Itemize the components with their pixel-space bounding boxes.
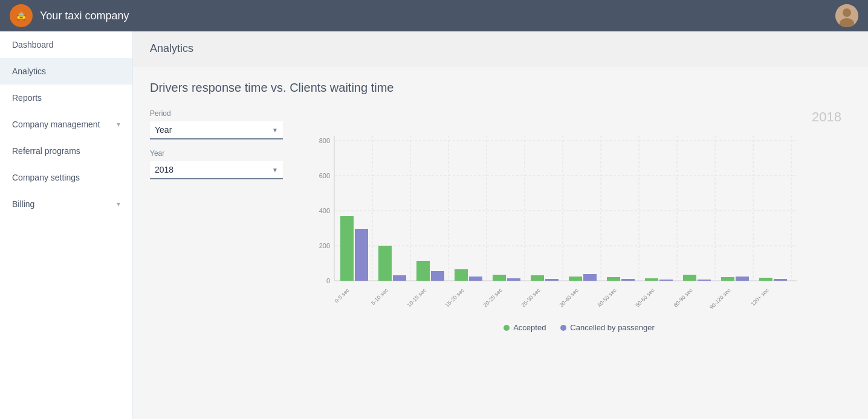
bar-accepted-1 [378,246,392,281]
chart-svg-container: 0 200 400 600 800 [307,130,851,313]
bar-accepted-8 [645,278,658,281]
legend-item-accepted: Accepted [504,323,546,332]
company-name: Your taxi company [40,10,129,22]
bar-accepted-2 [416,261,430,281]
svg-text:5-10 sec: 5-10 sec [370,287,389,306]
page-title: Analytics [150,42,851,55]
bar-accepted-4 [493,275,506,281]
bar-cancelled-9 [698,280,711,281]
main-content: Analytics Drivers response time vs. Clie… [133,31,868,419]
bar-accepted-6 [569,277,582,281]
year-label: Year [150,149,283,158]
period-select[interactable]: Year [150,121,283,139]
svg-text:20-25 sec: 20-25 sec [482,287,504,308]
svg-text:30-40 sec: 30-40 sec [559,287,580,308]
sidebar-item-company-settings[interactable]: Company settings [0,164,132,191]
body: Dashboard Analytics Reports Company mana… [0,31,868,419]
sidebar-item-dashboard[interactable]: Dashboard [0,31,132,58]
bar-cancelled-3 [469,277,482,281]
legend-item-cancelled: Cancelled by passenger [560,323,654,332]
svg-text:50-60 sec: 50-60 sec [635,287,656,308]
bar-cancelled-0 [355,229,368,281]
period-label: Period [150,109,283,118]
header: 🚖 Your taxi company [0,0,868,31]
legend-label-accepted: Accepted [513,323,546,332]
svg-text:40-50 sec: 40-50 sec [597,287,618,308]
svg-text:0-5 sec: 0-5 sec [334,287,351,304]
sidebar: Dashboard Analytics Reports Company mana… [0,31,133,419]
bar-accepted-9 [683,275,696,281]
company-logo: 🚖 [10,4,33,27]
legend-dot-accepted [504,325,510,331]
bar-cancelled-5 [545,279,559,281]
svg-text:90-120 sec: 90-120 sec [708,287,732,310]
bar-accepted-0 [340,216,354,281]
svg-text:15-20 sec: 15-20 sec [444,287,465,308]
bar-cancelled-8 [659,280,673,281]
content-area: Drivers response time vs. Clients waitin… [133,66,868,419]
chart-legend: Accepted Cancelled by passenger [307,323,851,332]
header-left: 🚖 Your taxi company [10,4,129,27]
chart-area: Period Year Year 2018 2018 [150,109,851,332]
bar-accepted-10 [721,277,734,281]
chart-year-label: 2018 [307,109,851,125]
chart-container: 2018 [307,109,851,332]
sidebar-item-company-management[interactable]: Company management ▾ [0,111,132,138]
bar-accepted-5 [531,275,544,281]
svg-text:0: 0 [326,277,330,284]
chevron-down-icon: ▾ [117,200,120,208]
legend-dot-cancelled [560,325,566,331]
legend-label-cancelled: Cancelled by passenger [570,323,654,332]
bar-cancelled-1 [393,275,406,281]
bar-cancelled-2 [431,271,444,281]
bar-cancelled-10 [736,277,749,281]
svg-text:25-30 sec: 25-30 sec [520,287,542,308]
svg-text:800: 800 [319,137,330,144]
sidebar-item-reports[interactable]: Reports [0,85,132,111]
year-control: Year 2018 [150,149,283,179]
sidebar-item-analytics[interactable]: Analytics [0,58,132,85]
svg-text:60-90 sec: 60-90 sec [673,287,694,308]
svg-text:🚖: 🚖 [16,11,27,21]
bar-accepted-3 [455,269,468,281]
user-avatar[interactable] [835,4,858,27]
chevron-down-icon: ▾ [117,120,120,129]
bar-accepted-7 [607,277,620,281]
page-header: Analytics [133,31,868,66]
chart-title: Drivers response time vs. Clients waitin… [150,81,851,95]
svg-text:10-15 sec: 10-15 sec [406,287,427,308]
svg-text:200: 200 [319,242,330,249]
sidebar-item-referral-programs[interactable]: Referral programs [0,138,132,164]
controls-panel: Period Year Year 2018 [150,109,283,179]
year-select[interactable]: 2018 [150,161,283,179]
period-control: Period Year [150,109,283,139]
bar-cancelled-7 [621,279,635,281]
bar-cancelled-11 [774,279,787,281]
bar-accepted-11 [759,278,772,281]
svg-point-3 [843,8,851,17]
bar-cancelled-6 [583,274,597,281]
svg-text:120+ sec: 120+ sec [750,287,770,307]
sidebar-item-billing[interactable]: Billing ▾ [0,191,132,217]
svg-text:600: 600 [319,172,330,179]
bar-cancelled-4 [507,278,520,281]
svg-text:400: 400 [319,207,330,214]
bar-chart-svg: 0 200 400 600 800 [307,130,803,311]
